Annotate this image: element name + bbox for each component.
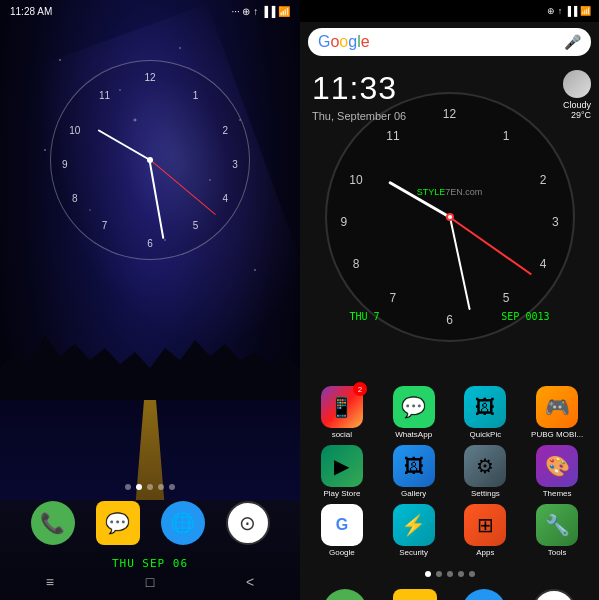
app-google[interactable]: G Google [312,504,372,557]
app-themes[interactable]: 🎨 Themes [527,445,587,498]
security-label: Security [399,548,428,557]
r-dot-2 [436,571,442,577]
clock-num-7: 7 [102,220,108,231]
right-clock-face: 12 1 2 3 4 5 6 7 8 9 10 11 STYLE7EN.com [325,92,575,342]
right-date-display: Thu, September 06 [312,110,406,122]
left-clock-face: 12 1 2 3 4 5 6 7 8 9 10 11 [50,60,250,260]
left-dock-phone[interactable]: 📞 [31,501,75,545]
themes-label: Themes [543,489,572,498]
google-app-icon[interactable]: G [321,504,363,546]
left-dock-camera[interactable]: ⊙ [226,501,270,545]
weather-cloud-icon [563,70,591,98]
r-clock-num-1: 1 [503,129,510,143]
left-clock-center [147,157,153,163]
playstore-label: Play Store [323,489,360,498]
app-quickpic[interactable]: 🖼 QuickPic [455,386,515,439]
app-social[interactable]: 📱 2 social [312,386,372,439]
clock-num-5: 5 [193,220,199,231]
app-playstore[interactable]: ▶ Play Store [312,445,372,498]
whatsapp-icon[interactable]: 💬 [393,386,435,428]
google-logo: Google [318,33,370,51]
right-clock-center-inner [448,215,452,219]
right-dock-camera[interactable]: ⊙ [532,589,576,600]
social-icon[interactable]: 📱 2 [321,386,363,428]
pubg-icon[interactable]: 🎮 [536,386,578,428]
r-clock-num-5: 5 [503,291,510,305]
left-date-widget: THU SEP 06 [112,557,188,570]
app-apps[interactable]: ⊞ Apps [455,504,515,557]
google-search-bar[interactable]: Google 🎤 [308,28,591,56]
r-clock-num-9: 9 [340,215,347,229]
clock-num-1: 1 [193,89,199,100]
left-dock-browser[interactable]: 🌐 [161,501,205,545]
app-grid: 📱 2 social 💬 WhatsApp 🖼 QuickPic 🎮 PUBG … [300,382,599,567]
left-clock-widget: 12 1 2 3 4 5 6 7 8 9 10 11 [50,60,250,260]
left-hour-hand [98,129,151,161]
style7-watermark: STYLE7EN.com [417,187,483,197]
app-security[interactable]: ⚡ Security [384,504,444,557]
left-second-hand [150,160,216,215]
right-dock-phone[interactable]: 📞 [323,589,367,600]
r-dot-4 [458,571,464,577]
pubg-label: PUBG MOBI... [531,430,583,439]
settings-label: Settings [471,489,500,498]
left-nav-home[interactable]: □ [146,574,154,590]
clock-num-10: 10 [69,125,80,136]
google-label: Google [329,548,355,557]
left-dock-chat[interactable]: 💬 [96,501,140,545]
clock-num-6: 6 [147,238,153,249]
r-clock-num-12: 12 [443,107,456,121]
left-nav-menu[interactable]: ≡ [46,574,54,590]
left-minute-hand [149,160,164,239]
left-nav-bar: ≡ □ < [0,574,300,590]
right-dock: 📞 💬 🌐 ⊙ [300,581,599,600]
social-label: social [332,430,352,439]
quickpic-icon[interactable]: 🖼 [464,386,506,428]
social-badge: 2 [353,382,367,396]
weather-widget: Cloudy 29°C [563,70,591,120]
right-date-widget-right: SEP 0013 [501,311,549,322]
r-clock-num-6: 6 [446,313,453,327]
weather-temp: 29°C [563,110,591,120]
clock-num-11: 11 [99,89,110,100]
r-dot-3 [447,571,453,577]
mic-icon[interactable]: 🎤 [564,34,581,50]
right-hour-hand [388,181,450,219]
left-status-time: 11:28 AM [10,6,52,17]
right-phone: ⊕ ↑ ▐▐ 📶 Google 🎤 11:33 Thu, September 0… [300,0,599,600]
r-dot-1 [425,571,431,577]
security-icon[interactable]: ⚡ [393,504,435,546]
playstore-icon[interactable]: ▶ [321,445,363,487]
dot-3 [147,484,153,490]
settings-icon[interactable]: ⚙ [464,445,506,487]
clock-num-9: 9 [62,158,68,169]
app-settings[interactable]: ⚙ Settings [455,445,515,498]
right-dock-chat[interactable]: 💬 [393,589,437,600]
app-tools[interactable]: 🔧 Tools [527,504,587,557]
dot-2 [136,484,142,490]
app-whatsapp[interactable]: 💬 WhatsApp [384,386,444,439]
app-gallery[interactable]: 🖼 Gallery [384,445,444,498]
right-dock-browser[interactable]: 🌐 [462,589,506,600]
r-clock-num-10: 10 [349,173,362,187]
quickpic-label: QuickPic [470,430,502,439]
left-nav-back[interactable]: < [246,574,254,590]
right-page-dots [300,567,599,581]
r-dot-5 [469,571,475,577]
right-date-widget-left: THU 7 [350,311,380,322]
right-status-bar: ⊕ ↑ ▐▐ 📶 [300,0,599,22]
apps-icon[interactable]: ⊞ [464,504,506,546]
r-clock-num-11: 11 [386,129,399,143]
left-phone: 11:28 AM ··· ⊕ ↑ ▐▐ 📶 12 1 2 3 4 5 6 7 8… [0,0,300,600]
r-clock-num-7: 7 [390,291,397,305]
tools-icon[interactable]: 🔧 [536,504,578,546]
right-status-icons: ⊕ ↑ ▐▐ 📶 [547,6,591,16]
themes-icon[interactable]: 🎨 [536,445,578,487]
left-status-icons: ··· ⊕ ↑ ▐▐ 📶 [231,6,290,17]
gallery-label: Gallery [401,489,426,498]
right-clock-section: 11:33 Thu, September 06 Cloudy 29°C 12 1… [300,62,599,382]
dot-4 [158,484,164,490]
app-pubg[interactable]: 🎮 PUBG MOBI... [527,386,587,439]
gallery-icon[interactable]: 🖼 [393,445,435,487]
right-minute-hand [449,217,471,310]
